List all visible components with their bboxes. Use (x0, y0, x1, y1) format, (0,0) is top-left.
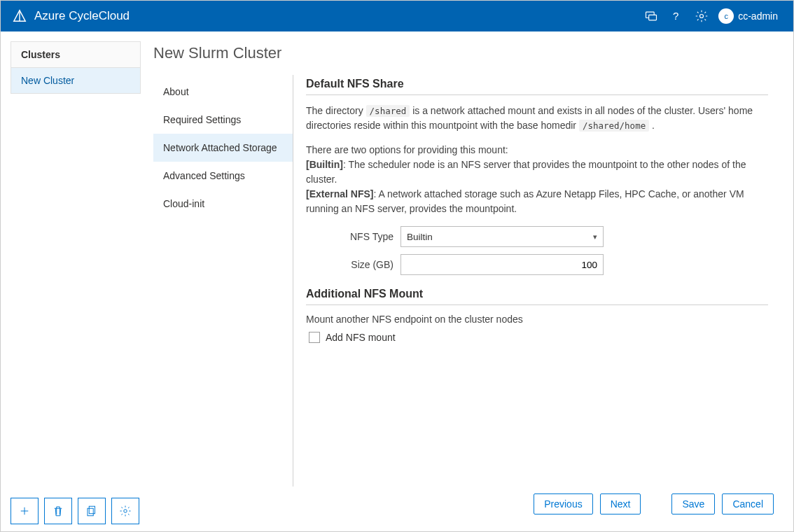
additional-nfs-desc: Mount another NFS endpoint on the cluste… (306, 314, 768, 325)
top-bar: Azure CycleCloud ? c cc-admin (1, 1, 793, 31)
nfs-type-row: NFS Type Builtin (306, 226, 768, 247)
user-menu[interactable]: c cc-admin (714, 4, 782, 29)
tab-about[interactable]: About (153, 78, 293, 106)
nfs-size-row: Size (GB) (306, 254, 768, 275)
copy-button[interactable] (78, 498, 106, 524)
wizard-tabs: About Required Settings Network Attached… (153, 75, 293, 486)
svg-rect-1 (649, 15, 657, 20)
nfs-type-select[interactable]: Builtin (401, 226, 604, 247)
svg-point-6 (124, 510, 127, 513)
add-nfs-mount-row: Add NFS mount (309, 332, 768, 343)
wizard-footer: Previous Next Save Cancel (153, 486, 774, 522)
content-area: New Slurm Cluster About Required Setting… (141, 31, 793, 531)
nfs-options-description: There are two options for providing this… (306, 143, 768, 216)
tab-network-attached-storage[interactable]: Network Attached Storage (153, 134, 293, 162)
app-logo-icon (12, 8, 27, 24)
avatar-icon: c (718, 8, 734, 24)
settings-button[interactable] (111, 498, 139, 524)
nfs-type-label: NFS Type (306, 231, 393, 242)
next-button[interactable]: Next (600, 493, 641, 514)
sidebar: Clusters New Cluster (1, 31, 141, 531)
add-button[interactable] (11, 498, 39, 524)
code-shared-home: /shared/home (579, 120, 649, 132)
code-shared: /shared (366, 105, 410, 117)
svg-point-3 (700, 15, 704, 18)
section-title-additional-nfs: Additional NFS Mount (306, 288, 768, 305)
svg-rect-5 (88, 508, 93, 516)
cancel-button[interactable]: Cancel (722, 493, 774, 514)
add-nfs-mount-label: Add NFS mount (326, 332, 396, 343)
username-label: cc-admin (738, 10, 778, 22)
svg-rect-4 (89, 506, 95, 514)
delete-button[interactable] (44, 498, 72, 524)
wizard-body: Default NFS Share The directory /shared … (293, 75, 774, 486)
previous-button[interactable]: Previous (534, 493, 592, 514)
tab-cloud-init[interactable]: Cloud-init (153, 190, 293, 218)
add-nfs-mount-checkbox[interactable] (309, 332, 320, 343)
settings-icon[interactable] (689, 4, 714, 29)
nfs-description: The directory /shared is a network attac… (306, 104, 768, 133)
tab-advanced-settings[interactable]: Advanced Settings (153, 162, 293, 190)
tab-required-settings[interactable]: Required Settings (153, 106, 293, 134)
app-title: Azure CycleCloud (34, 9, 130, 23)
nfs-size-input[interactable] (401, 254, 604, 275)
sidebar-actions (11, 498, 141, 524)
page-title: New Slurm Cluster (153, 44, 774, 62)
feedback-icon[interactable] (639, 4, 664, 29)
svg-text:?: ? (673, 10, 678, 22)
section-title-default-nfs: Default NFS Share (306, 78, 768, 95)
save-button[interactable]: Save (671, 493, 715, 514)
help-icon[interactable]: ? (664, 4, 689, 29)
sidebar-header: Clusters (11, 42, 140, 68)
sidebar-item-label: New Cluster (21, 75, 74, 86)
sidebar-item-new-cluster[interactable]: New Cluster (11, 68, 140, 93)
nfs-size-label: Size (GB) (306, 259, 393, 270)
